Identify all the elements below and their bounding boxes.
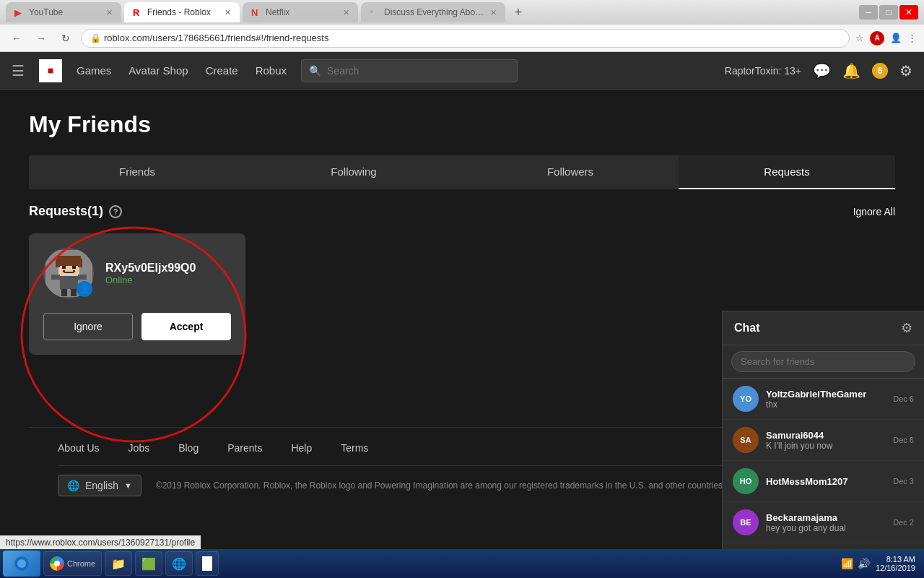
footer-blog[interactable]: Blog [178, 442, 199, 454]
taskbar-roblox[interactable]: R [196, 551, 219, 576]
tab-friends-label: Friends - Roblox [147, 7, 220, 17]
minimize-button[interactable]: ─ [859, 5, 878, 20]
abp-icon[interactable]: A [870, 31, 884, 46]
svg-rect-15 [51, 275, 60, 280]
close-button[interactable]: ✕ [899, 5, 918, 20]
tab-youtube-close[interactable]: ✕ [106, 8, 113, 17]
tab-netflix[interactable]: N Netflix ✕ [243, 2, 358, 22]
tab-requests[interactable]: Requests [679, 155, 895, 189]
language-selector[interactable]: 🌐 English ▼ [58, 475, 141, 496]
settings-icon[interactable]: ⚙ [899, 62, 912, 79]
chat-settings-icon[interactable]: ⚙ [901, 320, 912, 336]
roblox-logo[interactable] [39, 59, 62, 82]
chat-info: Beckaramajama hey you got any dual [766, 512, 886, 533]
taskbar-folder[interactable]: 📁 [105, 551, 132, 576]
svg-rect-10 [64, 272, 74, 273]
chat-avatar: HO [733, 468, 759, 494]
tab-friends[interactable]: R Friends - Roblox ✕ [124, 2, 240, 22]
tab-discuss-label: Discuss Everything About Bubble... [384, 7, 486, 17]
search-input[interactable] [327, 65, 510, 77]
chat-item[interactable]: YO YoItzGabrielTheGamer thx Dec 6 [723, 379, 924, 420]
footer-terms[interactable]: Terms [341, 442, 368, 454]
chat-time: Dec 6 [893, 436, 914, 444]
taskbar-ie[interactable]: 🌐 [165, 551, 193, 576]
svg-rect-11 [63, 270, 65, 272]
menu-icon[interactable]: ⋮ [907, 33, 917, 43]
netflix-favicon: N [251, 7, 261, 17]
tab-friends-close[interactable]: ✕ [225, 8, 231, 17]
friend-status: Online [105, 275, 196, 285]
hamburger-menu[interactable]: ☰ [12, 62, 25, 79]
footer-about[interactable]: About Us [58, 442, 100, 454]
footer-jobs[interactable]: Jobs [128, 442, 150, 454]
tab-netflix-close[interactable]: ✕ [343, 8, 349, 17]
chat-name: Samurai6044 [766, 430, 886, 441]
new-tab-button[interactable]: + [508, 2, 528, 22]
address-bar[interactable]: 🔒 roblox.com/users/178685661/friends#!/f… [81, 29, 850, 48]
friend-request-card: 👤 RXy5v0EIjx99Q0 Online Ignore Accept [29, 233, 245, 355]
chat-title: Chat [734, 322, 760, 335]
chat-avatar: SA [733, 427, 759, 453]
svg-rect-6 [56, 259, 60, 267]
notifications-icon[interactable]: 🔔 [842, 62, 860, 79]
nav-robux[interactable]: Robux [256, 64, 287, 77]
chat-search-input[interactable] [731, 351, 915, 372]
back-button[interactable]: ← [7, 29, 26, 48]
friend-name: RXy5v0EIjx99Q0 [105, 262, 196, 275]
svg-rect-8 [62, 266, 66, 269]
nav-create[interactable]: Create [206, 64, 238, 77]
page-title: My Friends [29, 111, 895, 138]
tab-following[interactable]: Following [245, 155, 462, 189]
tab-friends-list[interactable]: Friends [29, 155, 245, 189]
requests-title: Requests(1) ? [29, 204, 122, 219]
chat-time: Dec 3 [893, 477, 914, 486]
chat-item[interactable]: BE Beckaramajama hey you got any dual De… [723, 502, 924, 543]
chat-nav-icon[interactable]: 💬 [813, 62, 831, 79]
svg-rect-13 [61, 289, 67, 296]
date-display: 12/16/2019 [876, 564, 915, 572]
chat-info: Samurai6044 K I'll join you now [766, 430, 886, 451]
nav-avatar-shop[interactable]: Avatar Shop [128, 64, 188, 77]
url-status-bar: https://www.roblox.com/users/1360927131/… [0, 535, 201, 549]
tab-discuss-close[interactable]: ✕ [490, 8, 497, 17]
minecraft-icon: 🟩 [141, 557, 156, 571]
chat-time: Dec 2 [893, 518, 914, 527]
volume-icon[interactable]: 🔊 [858, 558, 870, 569]
maximize-button[interactable]: □ [879, 5, 898, 20]
accept-button[interactable]: Accept [141, 313, 231, 340]
taskbar-chrome[interactable]: Chrome [43, 551, 102, 576]
chat-list: YO YoItzGabrielTheGamer thx Dec 6 SA Sam… [723, 379, 924, 578]
chat-item[interactable]: SA Samurai6044 K I'll join you now Dec 6 [723, 420, 924, 461]
nav-games[interactable]: Games [77, 64, 111, 77]
chat-message: hey you got any dual [766, 523, 886, 533]
svg-rect-1 [48, 68, 53, 73]
tab-youtube[interactable]: ▶ YouTube ✕ [6, 2, 121, 22]
ignore-button[interactable]: Ignore [43, 313, 133, 340]
chat-avatar: BE [733, 509, 759, 535]
bookmark-icon[interactable]: ☆ [855, 33, 864, 43]
chat-name: Beckaramajama [766, 512, 886, 523]
ie-icon: 🌐 [172, 557, 186, 571]
search-icon: 🔍 [309, 65, 321, 77]
tab-netflix-label: Netflix [266, 7, 339, 17]
tabs-nav: Friends Following Followers Requests [29, 155, 895, 189]
forward-button[interactable]: → [32, 29, 51, 48]
svg-rect-12 [73, 270, 75, 272]
network-icon[interactable]: 📶 [841, 558, 853, 569]
tab-followers[interactable]: Followers [462, 155, 679, 189]
footer-help[interactable]: Help [291, 442, 312, 454]
roblox-taskbar-icon: R [202, 556, 212, 571]
extension-icon[interactable]: 👤 [890, 33, 902, 43]
chat-item[interactable]: HO HotMessMom1207 Dec 3 [723, 461, 924, 502]
chat-avatar: YO [733, 386, 759, 412]
time-display: 8:13 AM [876, 555, 915, 564]
tab-discuss[interactable]: ● Discuss Everything About Bubble... ✕ [361, 2, 505, 22]
taskbar-minecraft[interactable]: 🟩 [135, 551, 162, 576]
ignore-all-button[interactable]: Ignore All [853, 206, 895, 217]
username-display: RaptorToxin: 13+ [725, 65, 801, 77]
taskbar-clock: 8:13 AM 12/16/2019 [876, 555, 915, 572]
refresh-button[interactable]: ↻ [56, 29, 75, 48]
help-icon[interactable]: ? [109, 205, 122, 218]
footer-parents[interactable]: Parents [227, 442, 262, 454]
start-button[interactable] [3, 551, 40, 577]
